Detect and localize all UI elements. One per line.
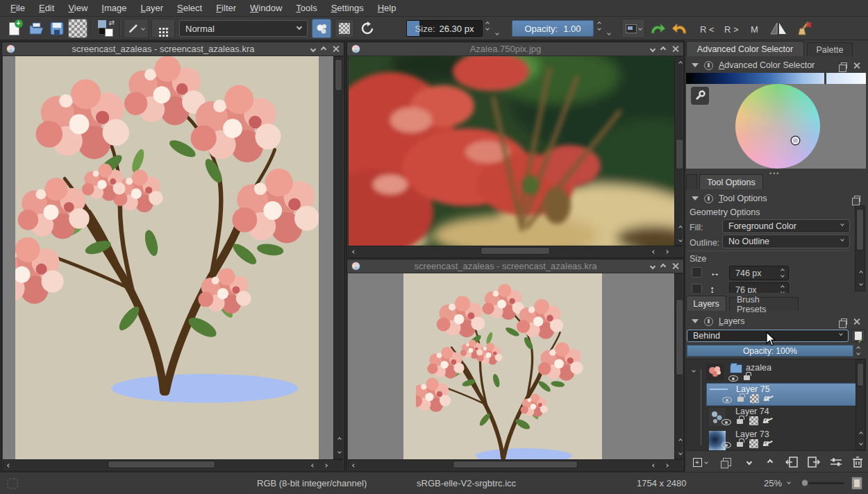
close-icon[interactable] (853, 318, 860, 325)
collapse-icon[interactable] (692, 63, 699, 67)
menu-image[interactable]: Image (95, 1, 133, 15)
new-document-button[interactable]: + (4, 19, 24, 38)
visibility-icon[interactable] (728, 375, 738, 382)
wheel-cursor[interactable] (792, 137, 799, 144)
scrollbar-thumb[interactable] (335, 59, 342, 91)
open-document-button[interactable] (26, 19, 46, 38)
reset-display-button[interactable] (793, 19, 815, 38)
rotate-canvas-left-button[interactable]: R < (700, 24, 715, 35)
opacity-flyout-chevron[interactable] (607, 31, 611, 35)
duplicate-layer-button[interactable] (718, 454, 736, 470)
visibility-icon[interactable] (721, 419, 731, 425)
alpha-channel-icon[interactable] (749, 416, 758, 425)
layer-row[interactable]: Layer 73 α (706, 429, 865, 451)
menu-tools[interactable]: Tools (290, 1, 323, 15)
visibility-icon[interactable] (722, 397, 732, 403)
menu-edit[interactable]: Edit (33, 1, 60, 15)
scroll-left-button[interactable] (3, 460, 14, 470)
vertical-scrollbar[interactable] (674, 56, 683, 246)
maximize-icon[interactable] (660, 263, 666, 269)
scroll-left-button[interactable] (649, 246, 659, 256)
undo-button[interactable] (669, 19, 690, 38)
float-icon[interactable] (854, 196, 860, 202)
scrollbar-thumb[interactable] (857, 363, 864, 386)
delete-layer-button[interactable] (849, 454, 867, 470)
scroll-up-button[interactable] (856, 267, 866, 278)
scrollbar-thumb[interactable] (676, 299, 683, 375)
tab-layers[interactable]: Layers (686, 296, 726, 311)
lock-icon[interactable] (704, 194, 713, 203)
tab-tool-options[interactable]: Tool Options (699, 174, 763, 189)
foreground-background-colors[interactable]: ⇄ (94, 19, 117, 38)
lock-open-icon[interactable] (737, 397, 744, 402)
blend-mode-select[interactable]: Normal (179, 20, 308, 37)
canvas-left[interactable] (15, 56, 319, 459)
lock-open-icon[interactable] (737, 419, 743, 424)
scroll-up-button[interactable] (675, 435, 683, 445)
size-spinner[interactable] (486, 22, 489, 30)
zoom-slider[interactable] (800, 482, 844, 484)
scroll-right-button[interactable] (320, 460, 331, 470)
height-spinbox[interactable]: 76 px (729, 282, 789, 293)
close-icon[interactable] (671, 262, 679, 270)
reload-preset-button[interactable] (358, 19, 377, 38)
menu-settings[interactable]: Settings (325, 1, 370, 15)
visibility-icon[interactable] (721, 442, 731, 448)
size-flyout-chevron[interactable] (495, 31, 499, 35)
menu-view[interactable]: View (62, 1, 94, 15)
alpha-lock-icon[interactable]: α (763, 416, 769, 425)
color-selector-settings-button[interactable] (691, 87, 709, 105)
brush-presets-grid-button[interactable] (151, 19, 175, 38)
menu-window[interactable]: Window (244, 1, 288, 15)
scroll-left-button[interactable] (349, 246, 359, 256)
fill-select[interactable]: Foreground Color (722, 219, 850, 233)
scroll-down-button[interactable] (856, 438, 866, 448)
width-spinbox[interactable]: 746 px (729, 266, 789, 280)
horizontal-scrollbar[interactable] (348, 459, 683, 470)
float-icon[interactable] (841, 62, 847, 69)
close-icon[interactable] (671, 45, 679, 53)
minimize-icon[interactable] (650, 263, 656, 269)
brush-size-field[interactable]: Size: 26.30 px (406, 20, 483, 37)
workspace-chooser-button[interactable] (621, 19, 645, 38)
lock-icon[interactable] (704, 317, 713, 326)
menu-layer[interactable]: Layer (134, 1, 169, 15)
float-icon[interactable] (841, 318, 847, 325)
scroll-left-button[interactable] (308, 460, 318, 470)
close-icon[interactable] (332, 45, 340, 53)
mirror-label[interactable]: M (751, 24, 758, 35)
zoom-level-select[interactable]: 25% (764, 478, 782, 488)
color-wheel[interactable] (735, 84, 820, 169)
menu-filter[interactable]: Filter (210, 1, 242, 15)
close-icon[interactable] (853, 62, 860, 69)
width-checkbox[interactable] (692, 267, 702, 278)
window-title-bar[interactable]: Azalea.750pix.jpg (347, 42, 683, 56)
vertical-scrollbar[interactable] (333, 56, 343, 459)
scroll-down-button[interactable] (675, 235, 683, 245)
alpha-lock-icon[interactable]: α (764, 394, 769, 402)
docker-splitter-handle[interactable]: ••• (769, 170, 782, 172)
maximize-icon[interactable] (660, 46, 666, 51)
tree-expand-icon[interactable] (692, 368, 696, 373)
menu-select[interactable]: Select (171, 1, 208, 15)
layer-row-group[interactable]: azalea (687, 361, 865, 383)
tab-stub[interactable] (686, 174, 697, 189)
move-layer-left-button[interactable] (782, 454, 801, 470)
rotate-canvas-right-button[interactable]: R > (724, 24, 739, 35)
collapse-icon[interactable] (692, 196, 699, 201)
fill-gradient-button[interactable] (68, 19, 87, 38)
scroll-up-button[interactable] (334, 434, 343, 444)
color-selector-docker-header[interactable]: Advanced Color Selector (686, 58, 866, 72)
preserve-alpha-button[interactable] (335, 19, 354, 38)
tool-options-docker-header[interactable]: Tool Options (686, 191, 866, 205)
layer-row-selected[interactable]: Layer 75 α (706, 383, 865, 406)
scroll-right-button[interactable] (661, 460, 671, 470)
lock-open-icon[interactable] (737, 442, 743, 447)
opacity-spinner[interactable] (598, 22, 601, 30)
tool-options-scrollbar[interactable] (855, 205, 865, 291)
save-button[interactable] (47, 19, 67, 38)
move-layer-right-button[interactable] (804, 454, 824, 470)
layer-opacity-spinner[interactable] (857, 347, 860, 355)
outline-select[interactable]: No Outline (722, 235, 850, 248)
vertical-scrollbar[interactable] (674, 273, 683, 459)
